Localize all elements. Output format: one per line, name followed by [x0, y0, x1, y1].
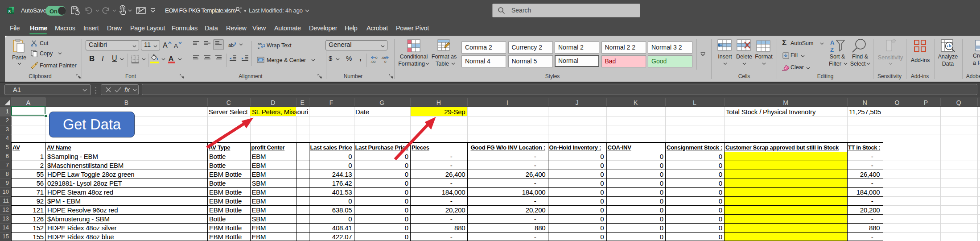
svg-text:0: 0: [375, 56, 378, 60]
svg-text:A: A: [174, 42, 178, 49]
svg-text:A: A: [163, 42, 168, 49]
svg-text:ab: ab: [228, 42, 234, 48]
svg-text:Z: Z: [830, 46, 834, 53]
svg-text:A: A: [830, 39, 835, 46]
svg-text:0: 0: [384, 60, 387, 63]
svg-text:X: X: [8, 8, 11, 13]
svg-text:.00: .00: [371, 60, 376, 63]
svg-text:c: c: [258, 46, 259, 49]
